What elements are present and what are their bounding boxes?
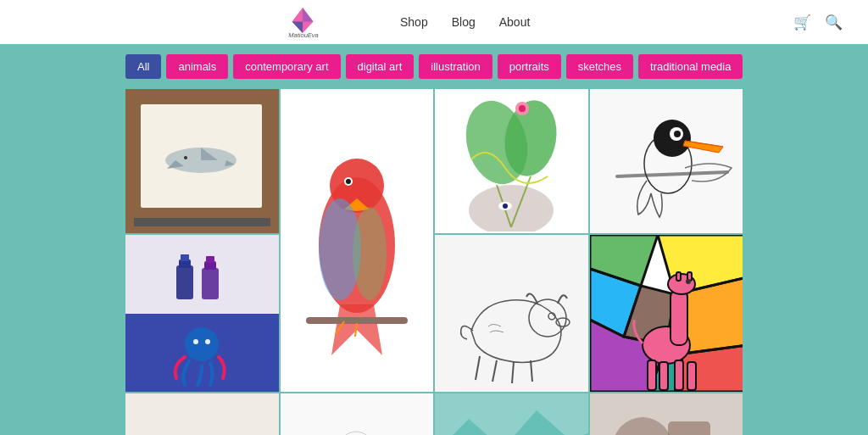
svg-rect-68 <box>670 290 687 345</box>
gallery-item-bottom-2[interactable] <box>281 393 434 435</box>
svg-line-47 <box>512 362 514 383</box>
gallery-item-bottom-right[interactable] <box>590 393 743 435</box>
svg-point-26 <box>469 185 554 231</box>
svg-rect-39 <box>206 256 214 263</box>
gallery-item-giraffe[interactable] <box>590 235 743 392</box>
svg-point-80 <box>339 432 373 436</box>
gallery-item-inkbottles[interactable] <box>125 235 279 392</box>
svg-line-46 <box>492 360 497 382</box>
svg-rect-36 <box>181 254 189 261</box>
cart-icon[interactable]: 🛒 <box>793 14 811 31</box>
gallery-item-shark[interactable] <box>125 89 279 233</box>
header: MatiouEva Shop Blog About 🛒 🔍 <box>0 0 868 44</box>
filter-illustration[interactable]: illustration <box>419 54 492 79</box>
svg-line-29 <box>617 172 727 176</box>
svg-rect-72 <box>675 360 683 390</box>
nav-about[interactable]: About <box>499 15 531 29</box>
svg-rect-37 <box>202 268 219 299</box>
svg-point-13 <box>346 179 351 184</box>
filter-animals[interactable]: animals <box>166 54 228 79</box>
svg-point-86 <box>613 417 672 436</box>
svg-point-8 <box>184 156 187 159</box>
svg-text:MatiouEva: MatiouEva <box>288 31 318 38</box>
gallery-item-sketch-bull[interactable] <box>435 235 588 392</box>
svg-point-33 <box>674 131 681 137</box>
svg-rect-73 <box>687 362 696 390</box>
svg-rect-34 <box>176 265 193 299</box>
nav-blog[interactable]: Blog <box>452 15 476 29</box>
filter-portraits[interactable]: portraits <box>498 54 561 79</box>
svg-rect-82 <box>435 393 588 435</box>
utility-nav: 🛒 🔍 <box>793 14 843 31</box>
gallery-item-landscape[interactable] <box>435 393 588 435</box>
gallery-item-botanical[interactable] <box>435 89 588 233</box>
svg-line-49 <box>476 356 480 380</box>
svg-point-28 <box>503 204 508 209</box>
gallery-item-bottom-sketch[interactable] <box>125 393 279 435</box>
gallery-item-parrot[interactable] <box>281 89 434 392</box>
filter-sketches[interactable]: sketches <box>566 54 633 79</box>
filter-traditional-media[interactable]: traditional media <box>638 54 743 79</box>
gallery-item-toucan[interactable] <box>590 89 743 233</box>
main-navigation: Shop Blog About <box>400 15 530 29</box>
search-icon[interactable]: 🔍 <box>825 14 843 31</box>
svg-line-48 <box>531 360 532 382</box>
svg-rect-70 <box>648 360 656 390</box>
filter-bar: All animals contemporary art digital art… <box>0 44 868 89</box>
svg-point-15 <box>353 207 387 300</box>
logo-area: MatiouEva <box>281 6 324 38</box>
logo-icon: MatiouEva <box>281 6 324 38</box>
filter-digital-art[interactable]: digital art <box>346 54 415 79</box>
svg-point-42 <box>205 339 210 344</box>
nav-shop[interactable]: Shop <box>400 15 428 29</box>
svg-point-40 <box>185 327 219 361</box>
svg-point-76 <box>686 279 691 284</box>
svg-rect-17 <box>306 317 408 324</box>
svg-rect-71 <box>659 362 668 390</box>
svg-rect-87 <box>668 421 710 436</box>
svg-point-25 <box>519 105 526 112</box>
svg-rect-74 <box>676 272 681 281</box>
svg-point-41 <box>193 339 198 344</box>
svg-marker-1 <box>303 8 314 22</box>
gallery-grid <box>0 89 868 435</box>
filter-all[interactable]: All <box>125 54 161 79</box>
filter-contemporary-art[interactable]: contemporary art <box>233 54 340 79</box>
